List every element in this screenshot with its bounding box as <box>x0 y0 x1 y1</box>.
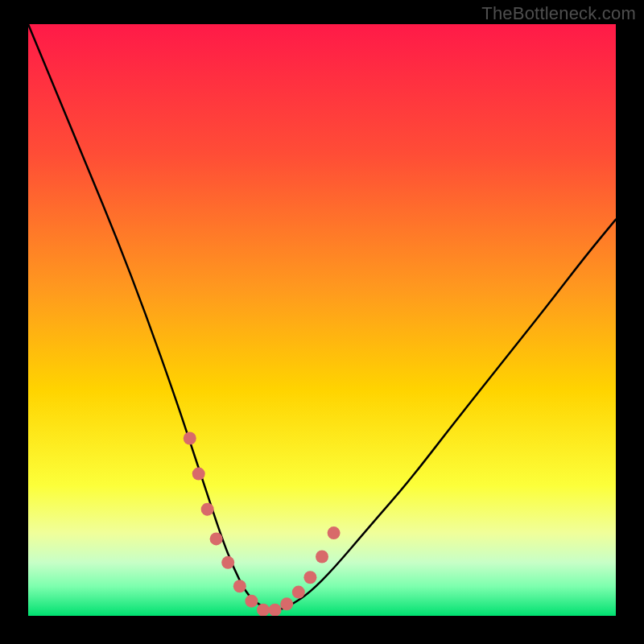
accent-dots <box>184 432 341 617</box>
accent-dot <box>269 604 282 616</box>
accent-dot <box>201 503 214 516</box>
accent-dot <box>280 597 293 610</box>
accent-dot <box>233 580 246 592</box>
plot-area <box>28 24 616 616</box>
accent-dot <box>328 526 341 539</box>
accent-dot <box>210 532 223 545</box>
accent-dot <box>316 551 328 564</box>
accent-dot <box>221 556 234 569</box>
bottleneck-curve <box>28 24 616 610</box>
accent-dot <box>257 604 270 616</box>
chart-frame: TheBottleneck.com <box>0 0 644 644</box>
accent-dot <box>184 432 196 445</box>
chart-svg <box>28 24 616 616</box>
accent-dot <box>292 586 305 599</box>
accent-dot <box>245 595 258 608</box>
accent-dot <box>303 571 316 584</box>
watermark-text: TheBottleneck.com <box>481 3 636 24</box>
accent-dot <box>192 468 205 481</box>
